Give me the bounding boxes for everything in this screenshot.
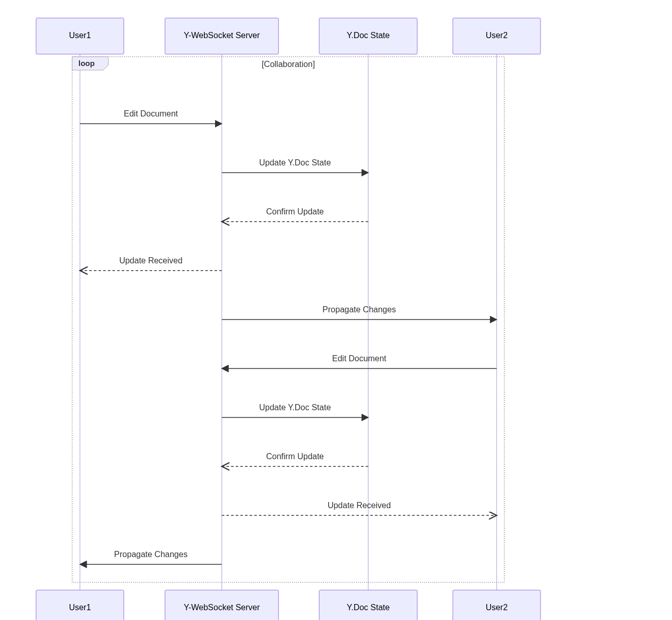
sequence-diagram: loop[Collaboration]Edit DocumentUpdate Y… — [0, 0, 672, 620]
loop-label: loop — [78, 59, 95, 68]
message-text-3: Update Received — [119, 256, 183, 265]
message-text-1: Update Y.Doc State — [259, 158, 331, 167]
message-text-8: Update Received — [327, 501, 391, 510]
actor-label-server-bottom: Y-WebSocket Server — [184, 603, 260, 612]
message-text-0: Edit Document — [124, 109, 178, 118]
message-text-4: Propagate Changes — [322, 305, 396, 314]
message-text-6: Update Y.Doc State — [259, 403, 331, 412]
actor-label-user2-bottom: User2 — [486, 603, 508, 612]
message-text-9: Propagate Changes — [114, 550, 187, 559]
message-text-7: Confirm Update — [266, 452, 324, 461]
actor-label-ydoc-bottom: Y.Doc State — [347, 603, 389, 612]
actor-label-ydoc-top: Y.Doc State — [347, 31, 389, 40]
message-text-2: Confirm Update — [266, 207, 324, 216]
loop-title: [Collaboration] — [261, 60, 315, 69]
actor-label-server-top: Y-WebSocket Server — [184, 31, 260, 40]
message-text-5: Edit Document — [332, 354, 386, 363]
actor-label-user2-top: User2 — [486, 31, 508, 40]
actor-label-user1-bottom: User1 — [69, 603, 91, 612]
actor-label-user1-top: User1 — [69, 31, 91, 40]
